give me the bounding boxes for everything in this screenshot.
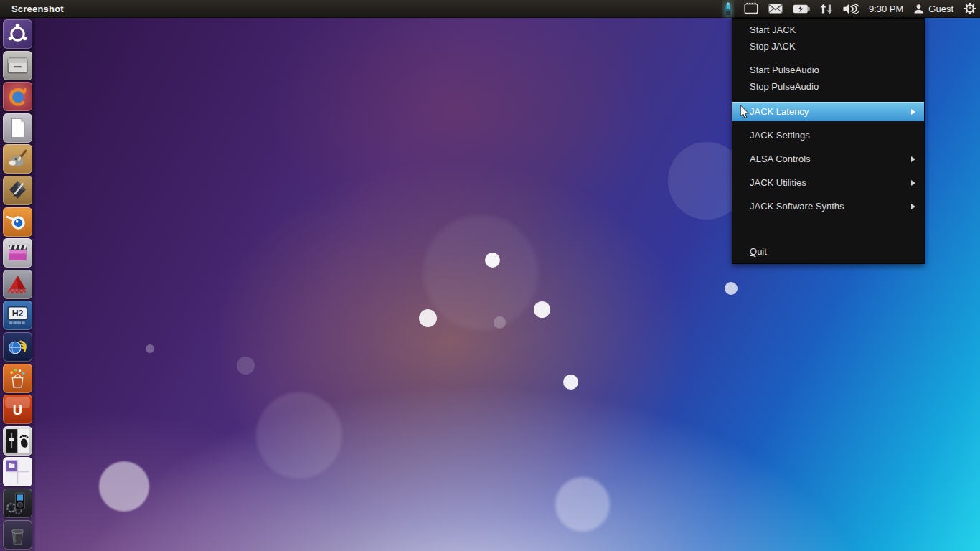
trash-icon: [3, 520, 32, 550]
submenu-arrow-icon: [911, 109, 915, 115]
film-frame-icon[interactable]: [744, 0, 758, 18]
gimp-icon: [3, 144, 32, 174]
blender-icon: [3, 207, 32, 237]
workspaces-icon: [3, 457, 32, 486]
svg-text:U: U: [13, 402, 22, 418]
bokeh-circle: [146, 344, 154, 353]
menu-item-jack-software-synths[interactable]: JACK Software Synths: [732, 198, 924, 215]
top-panel: Screenshot: [0, 0, 980, 18]
menu-item-label: Quit: [750, 246, 767, 257]
launcher-item-software-center[interactable]: [3, 364, 32, 393]
bokeh-circle: [237, 357, 255, 375]
globe-wing-icon: [3, 332, 32, 362]
bokeh-circle: [256, 392, 342, 479]
session-gear-icon[interactable]: [963, 0, 976, 18]
indicator-tray: 9:30 PM Guest: [722, 0, 980, 18]
volume-icon[interactable]: [843, 0, 859, 18]
bokeh-circle: [555, 477, 610, 532]
svg-text:H2: H2: [12, 309, 24, 319]
mouse-cursor: [740, 105, 750, 122]
user-icon: [913, 4, 924, 14]
launcher-item-file-manager[interactable]: [3, 51, 32, 80]
menu-item-start-jack[interactable]: Start JACK: [732, 22, 924, 38]
menu-item-start-pulseaudio[interactable]: Start PulseAudio: [732, 62, 924, 78]
launcher-item-gimp[interactable]: [3, 144, 32, 174]
bokeh-circle: [563, 375, 578, 390]
clapperboard-icon: [3, 238, 32, 268]
submenu-arrow-icon: [911, 156, 915, 162]
user-label: Guest: [928, 4, 953, 14]
bokeh-circle: [99, 461, 149, 512]
file-cabinet-icon: [3, 51, 32, 80]
firefox-icon: [3, 82, 32, 111]
menu-item-jack-utilities[interactable]: JACK Utilities: [732, 174, 924, 191]
user-menu[interactable]: Guest: [913, 0, 953, 18]
bokeh-circle: [534, 301, 550, 318]
clock[interactable]: 9:30 PM: [869, 0, 903, 18]
menu-item-label: JACK Latency: [750, 106, 809, 117]
submenu-arrow-icon: [911, 204, 915, 209]
h2-icon: H2: [3, 301, 32, 330]
active-app-title: Screenshot: [11, 4, 64, 14]
launcher-item-video-editor[interactable]: [3, 238, 32, 268]
launcher-item-audio-mixer[interactable]: [3, 426, 32, 456]
menu-item-label: ALSA Controls: [750, 154, 811, 164]
launcher-item-media-device-manager[interactable]: [3, 489, 32, 518]
red-pyramid-wave-icon: [3, 270, 32, 299]
launcher-item-inkscape[interactable]: [3, 176, 32, 205]
media-device-icon: [3, 489, 32, 518]
launcher-item-dash-home[interactable]: [3, 19, 32, 49]
menu-item-jack-latency[interactable]: JACK Latency: [732, 102, 924, 121]
menu-item-jack-settings[interactable]: JACK Settings: [732, 127, 924, 143]
jack-indicator-icon[interactable]: [722, 0, 734, 18]
unity-launcher: H2 U: [0, 18, 35, 551]
ubuntu-logo-icon: [3, 19, 32, 49]
menu-item-quit[interactable]: Quit: [732, 243, 924, 260]
bokeh-circle: [423, 215, 538, 330]
launcher-item-hydrogen[interactable]: H2: [3, 301, 32, 330]
ubuntu-one-icon: U: [3, 395, 32, 424]
mixer-foot-icon: [3, 426, 32, 456]
bokeh-circle: [419, 309, 437, 327]
launcher-item-trash[interactable]: [3, 520, 32, 550]
menu-item-label: JACK Software Synths: [750, 201, 844, 212]
launcher-item-audio-workstation[interactable]: [3, 270, 32, 299]
mail-icon[interactable]: [768, 0, 783, 18]
jack-indicator-menu: Start JACK Stop JACK Start PulseAudio St…: [732, 18, 925, 264]
menu-item-stop-jack[interactable]: Stop JACK: [732, 38, 924, 55]
battery-icon[interactable]: [793, 0, 810, 18]
launcher-item-libreoffice[interactable]: [3, 113, 32, 143]
launcher-item-workspace-switcher[interactable]: [3, 457, 32, 486]
launcher-item-firefox[interactable]: [3, 82, 32, 111]
launcher-item-ubuntu-one[interactable]: U: [3, 395, 32, 424]
menu-item-label: JACK Utilities: [750, 177, 806, 188]
menu-item-stop-pulseaudio[interactable]: Stop PulseAudio: [732, 78, 924, 95]
inkscape-icon: [3, 176, 32, 205]
shopping-bag-icon: [3, 364, 32, 393]
network-arrows-icon[interactable]: [820, 0, 833, 18]
menu-item-alsa-controls[interactable]: ALSA Controls: [732, 151, 924, 167]
submenu-arrow-icon: [911, 180, 915, 186]
bokeh-circle: [725, 282, 738, 295]
document-icon: [3, 113, 32, 143]
launcher-item-globe-wing-app[interactable]: [3, 332, 32, 362]
launcher-item-blender[interactable]: [3, 207, 32, 237]
